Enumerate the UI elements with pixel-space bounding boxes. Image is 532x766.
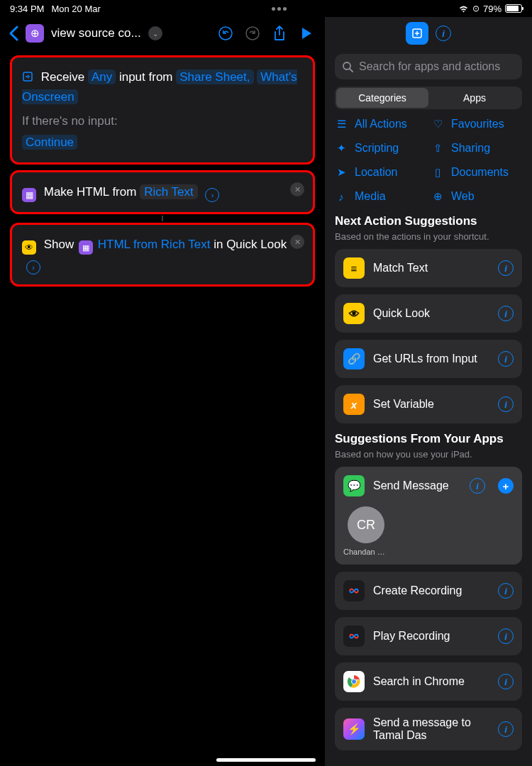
no-input-behavior-token[interactable]: Continue — [22, 135, 77, 150]
share-icon: ⇧ — [431, 142, 444, 155]
multitask-dots[interactable] — [272, 7, 287, 11]
info-icon[interactable]: i — [498, 396, 514, 412]
battery-icon — [505, 4, 522, 13]
input-settings-card[interactable]: Receive Any input from Share Sheet, What… — [10, 55, 315, 165]
app-suggestions-subtitle: Based on how you use your iPad. — [325, 449, 532, 467]
rich-text-variable-token[interactable]: Rich Text — [140, 184, 198, 199]
tab-apps[interactable]: Apps — [428, 88, 521, 108]
html-action-icon: ▦ — [22, 188, 36, 202]
html-variable-icon: ▦ — [79, 240, 93, 255]
search-input[interactable]: Search for apps and actions — [335, 54, 522, 79]
run-button[interactable] — [297, 23, 316, 43]
info-icon[interactable]: i — [498, 260, 514, 276]
share-button[interactable] — [270, 23, 289, 43]
info-icon[interactable]: i — [498, 306, 514, 321]
contact-suggestion[interactable]: CR Chandan R... — [343, 506, 389, 556]
receive-icon — [22, 70, 37, 84]
chrome-icon — [343, 671, 365, 692]
search-icon — [342, 61, 353, 72]
globe-icon: ⊕ — [431, 190, 444, 203]
redo-button — [243, 23, 262, 43]
action-connector — [162, 216, 163, 221]
wand-icon: ✦ — [335, 142, 348, 155]
info-icon[interactable]: i — [498, 351, 514, 367]
send-message-card[interactable]: 💬 Send Message i + CR Chandan R... — [335, 467, 522, 565]
undo-button[interactable] — [216, 23, 235, 43]
info-icon[interactable]: i — [470, 478, 485, 494]
info-icon[interactable]: i — [498, 721, 514, 737]
next-suggestions-subtitle: Based on the actions in your shortcut. — [325, 231, 532, 249]
make-html-action[interactable]: ✕ ▦ Make HTML from Rich Text › — [10, 170, 315, 214]
location-icon: ➤ — [335, 166, 348, 179]
remove-action-button[interactable]: ✕ — [290, 235, 304, 249]
disclosure-button[interactable]: › — [205, 188, 219, 202]
search-placeholder: Search for apps and actions — [359, 60, 500, 73]
battery-percent: 79% — [483, 4, 501, 14]
messages-icon: 💬 — [343, 475, 365, 496]
heart-icon: ♡ — [431, 118, 444, 131]
categories-apps-toggle[interactable]: Categories Apps — [335, 87, 522, 109]
tab-categories[interactable]: Categories — [336, 88, 428, 108]
status-bar: 9:34 PM Mon 20 Mar ⊙ 79% — [0, 0, 532, 17]
link-icon: 🔗 — [343, 348, 365, 370]
shortcut-icon: ⊕ — [26, 24, 44, 43]
orientation-lock-icon: ⊙ — [472, 4, 480, 13]
input-source-token-1[interactable]: Share Sheet, — [176, 70, 253, 84]
suggestion-get-urls[interactable]: 🔗 Get URLs from Input i — [335, 340, 522, 378]
disclosure-button[interactable]: › — [26, 260, 40, 274]
svg-point-7 — [352, 679, 357, 684]
add-button[interactable]: + — [498, 478, 514, 494]
suggestion-match-text[interactable]: ≡ Match Text i — [335, 249, 522, 287]
variable-icon: x — [343, 394, 365, 415]
music-icon: ♪ — [335, 191, 348, 203]
category-sharing[interactable]: ⇧Sharing — [431, 142, 522, 155]
suggestion-create-recording[interactable]: Create Recording i — [335, 572, 522, 610]
quicklook-action-icon: 👁 — [22, 240, 36, 255]
editor-toolbar: ⊕ view source co... ⌄ — [0, 17, 325, 50]
suggestion-play-recording[interactable]: Play Recording i — [335, 617, 522, 655]
category-all-actions[interactable]: ☰All Actions — [335, 118, 426, 131]
suggestion-send-messenger[interactable]: ⚡ Send a message to Tamal Das i — [335, 708, 522, 750]
category-media[interactable]: ♪Media — [335, 190, 426, 203]
app-suggestions-title: Suggestions From Your Apps — [325, 432, 532, 449]
category-favourites[interactable]: ♡Favourites — [431, 118, 522, 131]
category-documents[interactable]: ▯Documents — [431, 166, 522, 179]
status-time: 9:34 PM — [10, 4, 44, 14]
html-variable-token[interactable]: HTML from Rich Text — [98, 238, 211, 251]
text-icon: ≡ — [343, 257, 365, 279]
suggestion-set-variable[interactable]: x Set Variable i — [335, 385, 522, 423]
input-type-token[interactable]: Any — [88, 70, 116, 84]
shortcut-title[interactable]: view source co... — [51, 26, 141, 40]
quick-look-action[interactable]: ✕ 👁 Show ▦ HTML from Rich Text in Quick … — [10, 223, 315, 287]
category-web[interactable]: ⊕Web — [431, 190, 522, 203]
info-icon[interactable]: i — [498, 583, 514, 599]
title-menu-button[interactable]: ⌄ — [148, 26, 162, 40]
category-location[interactable]: ➤Location — [335, 166, 426, 179]
info-icon[interactable]: i — [498, 674, 514, 689]
next-suggestions-title: Next Action Suggestions — [325, 214, 532, 231]
remove-action-button[interactable]: ✕ — [290, 182, 304, 196]
category-scripting[interactable]: ✦Scripting — [335, 142, 426, 155]
document-icon: ▯ — [431, 166, 444, 179]
home-indicator[interactable] — [216, 758, 316, 762]
info-icon[interactable]: i — [498, 628, 514, 644]
add-shortcut-button[interactable] — [406, 22, 428, 45]
messenger-icon: ⚡ — [343, 718, 365, 740]
status-date: Mon 20 Mar — [51, 4, 100, 14]
suggestion-quick-look[interactable]: 👁 Quick Look i — [335, 294, 522, 333]
back-button[interactable] — [9, 26, 18, 41]
voice-memos-icon — [343, 580, 365, 601]
list-icon: ☰ — [335, 118, 348, 131]
avatar: CR — [348, 506, 384, 543]
eye-icon: 👁 — [343, 303, 365, 324]
wifi-icon — [458, 5, 469, 13]
suggestion-search-chrome[interactable]: Search in Chrome i — [335, 662, 522, 701]
voice-memos-icon — [343, 626, 365, 647]
shortcut-info-button[interactable]: i — [436, 26, 451, 41]
